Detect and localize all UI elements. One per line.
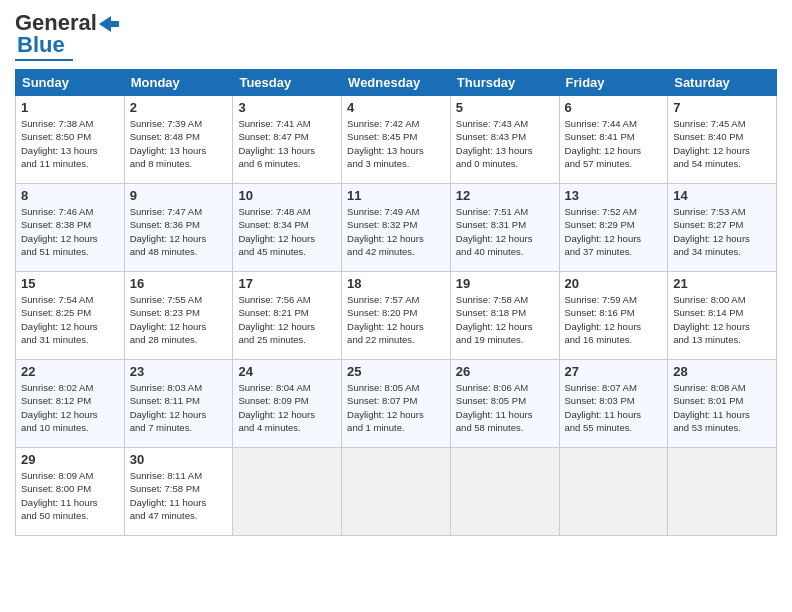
calendar-header-row: SundayMondayTuesdayWednesdayThursdayFrid… [16,70,777,96]
calendar-week-row: 29Sunrise: 8:09 AMSunset: 8:00 PMDayligh… [16,448,777,536]
calendar-cell: 14Sunrise: 7:53 AMSunset: 8:27 PMDayligh… [668,184,777,272]
calendar-week-row: 1Sunrise: 7:38 AMSunset: 8:50 PMDaylight… [16,96,777,184]
page-header: General Blue [15,10,777,61]
calendar-cell: 10Sunrise: 7:48 AMSunset: 8:34 PMDayligh… [233,184,342,272]
cell-info: Sunrise: 7:59 AMSunset: 8:16 PMDaylight:… [565,293,663,346]
day-number: 10 [238,188,336,203]
calendar-cell: 17Sunrise: 7:56 AMSunset: 8:21 PMDayligh… [233,272,342,360]
cell-info: Sunrise: 7:57 AMSunset: 8:20 PMDaylight:… [347,293,445,346]
cell-info: Sunrise: 7:54 AMSunset: 8:25 PMDaylight:… [21,293,119,346]
col-header-thursday: Thursday [450,70,559,96]
calendar-week-row: 8Sunrise: 7:46 AMSunset: 8:38 PMDaylight… [16,184,777,272]
cell-info: Sunrise: 7:56 AMSunset: 8:21 PMDaylight:… [238,293,336,346]
cell-info: Sunrise: 7:47 AMSunset: 8:36 PMDaylight:… [130,205,228,258]
calendar-cell: 6Sunrise: 7:44 AMSunset: 8:41 PMDaylight… [559,96,668,184]
calendar-cell: 3Sunrise: 7:41 AMSunset: 8:47 PMDaylight… [233,96,342,184]
day-number: 11 [347,188,445,203]
cell-info: Sunrise: 8:11 AMSunset: 7:58 PMDaylight:… [130,469,228,522]
calendar-cell: 15Sunrise: 7:54 AMSunset: 8:25 PMDayligh… [16,272,125,360]
cell-info: Sunrise: 7:39 AMSunset: 8:48 PMDaylight:… [130,117,228,170]
cell-info: Sunrise: 7:48 AMSunset: 8:34 PMDaylight:… [238,205,336,258]
calendar-cell [450,448,559,536]
calendar-cell: 21Sunrise: 8:00 AMSunset: 8:14 PMDayligh… [668,272,777,360]
col-header-tuesday: Tuesday [233,70,342,96]
cell-info: Sunrise: 7:51 AMSunset: 8:31 PMDaylight:… [456,205,554,258]
calendar-cell: 9Sunrise: 7:47 AMSunset: 8:36 PMDaylight… [124,184,233,272]
day-number: 26 [456,364,554,379]
day-number: 17 [238,276,336,291]
cell-info: Sunrise: 8:06 AMSunset: 8:05 PMDaylight:… [456,381,554,434]
cell-info: Sunrise: 8:00 AMSunset: 8:14 PMDaylight:… [673,293,771,346]
cell-info: Sunrise: 7:38 AMSunset: 8:50 PMDaylight:… [21,117,119,170]
day-number: 23 [130,364,228,379]
day-number: 27 [565,364,663,379]
calendar-cell [559,448,668,536]
logo-blue-text: Blue [17,32,65,58]
logo: General Blue [15,10,119,61]
calendar-cell: 18Sunrise: 7:57 AMSunset: 8:20 PMDayligh… [342,272,451,360]
col-header-friday: Friday [559,70,668,96]
calendar-cell: 12Sunrise: 7:51 AMSunset: 8:31 PMDayligh… [450,184,559,272]
col-header-wednesday: Wednesday [342,70,451,96]
day-number: 14 [673,188,771,203]
cell-info: Sunrise: 8:09 AMSunset: 8:00 PMDaylight:… [21,469,119,522]
calendar-cell [668,448,777,536]
cell-info: Sunrise: 7:58 AMSunset: 8:18 PMDaylight:… [456,293,554,346]
calendar-cell: 4Sunrise: 7:42 AMSunset: 8:45 PMDaylight… [342,96,451,184]
calendar-cell: 7Sunrise: 7:45 AMSunset: 8:40 PMDaylight… [668,96,777,184]
day-number: 12 [456,188,554,203]
day-number: 5 [456,100,554,115]
calendar-cell [342,448,451,536]
col-header-monday: Monday [124,70,233,96]
calendar-cell: 29Sunrise: 8:09 AMSunset: 8:00 PMDayligh… [16,448,125,536]
day-number: 16 [130,276,228,291]
calendar-cell: 24Sunrise: 8:04 AMSunset: 8:09 PMDayligh… [233,360,342,448]
day-number: 19 [456,276,554,291]
calendar-cell: 1Sunrise: 7:38 AMSunset: 8:50 PMDaylight… [16,96,125,184]
logo-underline [15,59,73,61]
cell-info: Sunrise: 8:05 AMSunset: 8:07 PMDaylight:… [347,381,445,434]
cell-info: Sunrise: 7:52 AMSunset: 8:29 PMDaylight:… [565,205,663,258]
calendar-cell: 28Sunrise: 8:08 AMSunset: 8:01 PMDayligh… [668,360,777,448]
calendar-cell [233,448,342,536]
day-number: 3 [238,100,336,115]
calendar-cell: 20Sunrise: 7:59 AMSunset: 8:16 PMDayligh… [559,272,668,360]
col-header-sunday: Sunday [16,70,125,96]
day-number: 6 [565,100,663,115]
calendar-cell: 25Sunrise: 8:05 AMSunset: 8:07 PMDayligh… [342,360,451,448]
cell-info: Sunrise: 7:53 AMSunset: 8:27 PMDaylight:… [673,205,771,258]
calendar-cell: 19Sunrise: 7:58 AMSunset: 8:18 PMDayligh… [450,272,559,360]
cell-info: Sunrise: 8:02 AMSunset: 8:12 PMDaylight:… [21,381,119,434]
col-header-saturday: Saturday [668,70,777,96]
cell-info: Sunrise: 8:03 AMSunset: 8:11 PMDaylight:… [130,381,228,434]
calendar-cell: 5Sunrise: 7:43 AMSunset: 8:43 PMDaylight… [450,96,559,184]
calendar-cell: 2Sunrise: 7:39 AMSunset: 8:48 PMDaylight… [124,96,233,184]
cell-info: Sunrise: 7:42 AMSunset: 8:45 PMDaylight:… [347,117,445,170]
day-number: 8 [21,188,119,203]
day-number: 15 [21,276,119,291]
cell-info: Sunrise: 8:04 AMSunset: 8:09 PMDaylight:… [238,381,336,434]
calendar-cell: 22Sunrise: 8:02 AMSunset: 8:12 PMDayligh… [16,360,125,448]
day-number: 29 [21,452,119,467]
logo-arrow-icon [99,16,119,32]
cell-info: Sunrise: 7:49 AMSunset: 8:32 PMDaylight:… [347,205,445,258]
day-number: 21 [673,276,771,291]
cell-info: Sunrise: 7:44 AMSunset: 8:41 PMDaylight:… [565,117,663,170]
day-number: 25 [347,364,445,379]
day-number: 30 [130,452,228,467]
cell-info: Sunrise: 7:46 AMSunset: 8:38 PMDaylight:… [21,205,119,258]
calendar-table: SundayMondayTuesdayWednesdayThursdayFrid… [15,69,777,536]
day-number: 28 [673,364,771,379]
day-number: 2 [130,100,228,115]
day-number: 20 [565,276,663,291]
calendar-cell: 8Sunrise: 7:46 AMSunset: 8:38 PMDaylight… [16,184,125,272]
svg-marker-0 [99,16,119,32]
day-number: 13 [565,188,663,203]
calendar-cell: 11Sunrise: 7:49 AMSunset: 8:32 PMDayligh… [342,184,451,272]
calendar-cell: 13Sunrise: 7:52 AMSunset: 8:29 PMDayligh… [559,184,668,272]
cell-info: Sunrise: 8:08 AMSunset: 8:01 PMDaylight:… [673,381,771,434]
calendar-cell: 16Sunrise: 7:55 AMSunset: 8:23 PMDayligh… [124,272,233,360]
cell-info: Sunrise: 7:45 AMSunset: 8:40 PMDaylight:… [673,117,771,170]
calendar-week-row: 22Sunrise: 8:02 AMSunset: 8:12 PMDayligh… [16,360,777,448]
calendar-cell: 23Sunrise: 8:03 AMSunset: 8:11 PMDayligh… [124,360,233,448]
